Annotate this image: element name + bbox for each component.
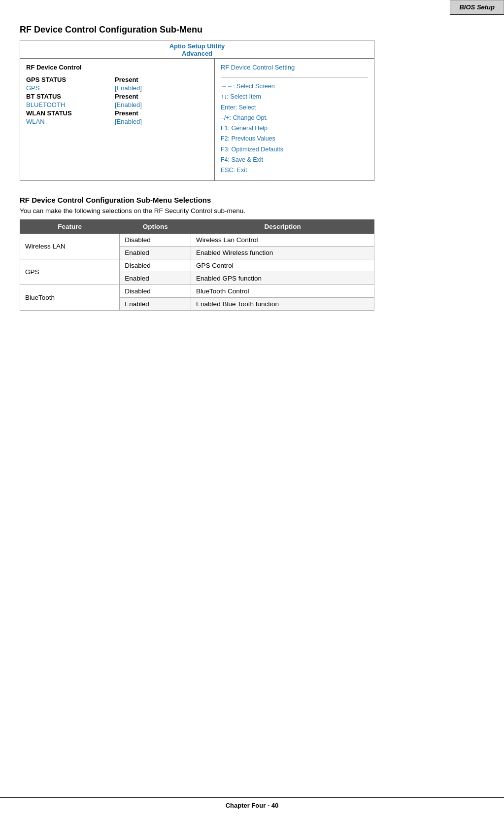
- bluetooth-label: BLUETOOTH: [26, 101, 115, 108]
- help-line-9: ESC: Exit: [221, 165, 368, 176]
- wlan-status-label: WLAN STATUS: [26, 109, 115, 117]
- feature-wireless-lan: Wireless LAN: [20, 234, 120, 259]
- bios-right-panel: RF Device Control Setting →←: Select Scr…: [215, 59, 374, 180]
- gps-value: [Enabled]: [115, 84, 142, 92]
- bluetooth-value: [Enabled]: [115, 101, 142, 108]
- help-text: →←: Select Screen ↑↓: Select Item Enter:…: [221, 81, 368, 176]
- option-wireless-lan-disabled: Disabled: [120, 234, 191, 247]
- selections-section: RF Device Control Configuration Sub-Menu…: [20, 196, 484, 311]
- feature-bluetooth: BlueTooth: [20, 285, 120, 311]
- help-line-4: –/+: Change Opt.: [221, 113, 368, 123]
- gps-label: GPS: [26, 84, 115, 92]
- bios-tab-advanced[interactable]: Advanced: [20, 50, 374, 57]
- bios-left-panel: RF Device Control GPS STATUS Present GPS…: [20, 59, 215, 180]
- bios-row-gps[interactable]: GPS [Enabled]: [26, 84, 208, 92]
- selections-table: Feature Options Description Wireless LAN…: [20, 219, 374, 311]
- help-line-6: F2: Previous Values: [221, 134, 368, 144]
- selections-title: RF Device Control Configuration Sub-Menu…: [20, 196, 484, 204]
- feature-gps: GPS: [20, 259, 120, 285]
- desc-bluetooth-enabled: Enabled Blue Tooth function: [191, 298, 374, 311]
- option-gps-enabled: Enabled: [120, 272, 191, 285]
- col-header-feature: Feature: [20, 220, 120, 234]
- option-wireless-lan-enabled: Enabled: [120, 247, 191, 259]
- bios-tab-label: BIOS Setup: [450, 0, 504, 15]
- help-line-8: F4: Save & Exit: [221, 155, 368, 165]
- desc-gps-enabled: Enabled GPS function: [191, 272, 374, 285]
- table-header-row: Feature Options Description: [20, 220, 374, 234]
- wlan-status-value: Present: [115, 109, 138, 117]
- gps-status-value: Present: [115, 76, 138, 83]
- col-header-description: Description: [191, 220, 374, 234]
- bios-row-wlan[interactable]: WLAN [Enabled]: [26, 118, 208, 125]
- bios-section-label: RF Device Control: [26, 64, 208, 71]
- bios-header: Aptio Setup Utility Advanced: [20, 40, 374, 59]
- utility-title: Aptio Setup Utility: [20, 42, 374, 50]
- table-row: BlueTooth Disabled BlueTooth Control: [20, 285, 374, 298]
- desc-wireless-lan-disabled: Wireless Lan Control: [191, 234, 374, 247]
- table-row: Wireless LAN Disabled Wireless Lan Contr…: [20, 234, 374, 247]
- option-gps-disabled: Disabled: [120, 259, 191, 272]
- desc-wireless-lan-enabled: Enabled Wireless function: [191, 247, 374, 259]
- desc-gps-disabled: GPS Control: [191, 259, 374, 272]
- bios-row-gps-status: GPS STATUS Present: [26, 76, 208, 83]
- right-panel-title: RF Device Control Setting: [221, 64, 368, 71]
- help-line-7: F3: Optimized Defaults: [221, 144, 368, 155]
- help-line-5: F1: General Help: [221, 123, 368, 134]
- help-line-1: →←: Select Screen: [221, 81, 368, 92]
- col-header-options: Options: [120, 220, 191, 234]
- bios-body: RF Device Control GPS STATUS Present GPS…: [20, 59, 374, 180]
- page-footer: Chapter Four - 40: [0, 797, 504, 809]
- gps-status-label: GPS STATUS: [26, 76, 115, 83]
- bios-row-bluetooth[interactable]: BLUETOOTH [Enabled]: [26, 101, 208, 108]
- help-line-2: ↑↓: Select Item: [221, 92, 368, 102]
- option-bluetooth-enabled: Enabled: [120, 298, 191, 311]
- selections-subtitle: You can make the following selections on…: [20, 207, 484, 214]
- page-title: RF Device Control Configuration Sub-Menu: [20, 25, 484, 35]
- bt-status-label: BT STATUS: [26, 93, 115, 100]
- option-bluetooth-disabled: Disabled: [120, 285, 191, 298]
- right-divider: [221, 77, 368, 77]
- wlan-label: WLAN: [26, 118, 115, 125]
- bios-row-bt-status: BT STATUS Present: [26, 93, 208, 100]
- bios-setup-box: Aptio Setup Utility Advanced RF Device C…: [20, 40, 374, 181]
- desc-bluetooth-disabled: BlueTooth Control: [191, 285, 374, 298]
- help-line-3: Enter: Select: [221, 103, 368, 113]
- footer-label: Chapter Four - 40: [226, 802, 279, 809]
- bt-status-value: Present: [115, 93, 138, 100]
- bios-row-wlan-status: WLAN STATUS Present: [26, 109, 208, 117]
- wlan-value: [Enabled]: [115, 118, 142, 125]
- table-row: GPS Disabled GPS Control: [20, 259, 374, 272]
